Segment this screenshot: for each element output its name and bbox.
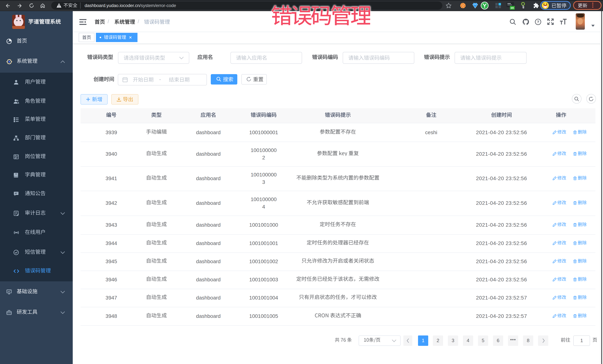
- svg-text:on: on: [510, 6, 514, 9]
- svg-text:?: ?: [537, 20, 539, 24]
